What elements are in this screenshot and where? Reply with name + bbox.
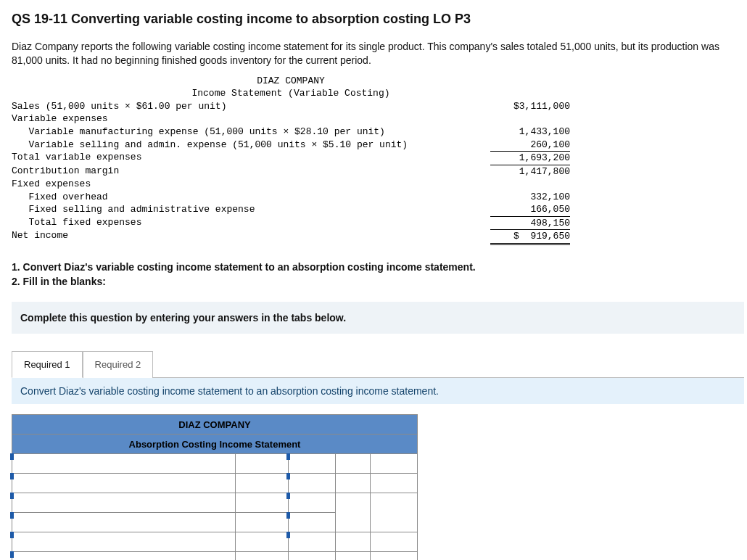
ans-cell[interactable] xyxy=(235,474,289,493)
stmt-heading: Income Statement (Variable Costing) xyxy=(12,87,570,100)
varsell-value: 260,100 xyxy=(490,139,570,152)
sales-value: $3,111,000 xyxy=(490,100,570,113)
sales-label: Sales (51,000 units × $61.00 per unit) xyxy=(12,100,490,113)
ans-cell[interactable] xyxy=(235,513,289,532)
ans-cell[interactable] xyxy=(289,493,336,513)
ans-cell[interactable] xyxy=(12,454,236,474)
varexp-header: Variable expenses xyxy=(12,112,490,125)
income-statement: DIAZ COMPANY Income Statement (Variable … xyxy=(12,75,570,245)
ans-cell[interactable] xyxy=(336,532,371,552)
drag-handle-icon[interactable] xyxy=(286,532,290,538)
ans-cell[interactable] xyxy=(336,454,371,474)
ans-cell[interactable] xyxy=(370,454,417,474)
ans-header-company: DIAZ COMPANY xyxy=(12,415,418,435)
ans-cell[interactable] xyxy=(370,532,417,552)
ni-value: $ 919,650 xyxy=(490,229,570,245)
ans-cell[interactable] xyxy=(12,493,236,513)
varsell-label: Variable selling and admin. expense (51,… xyxy=(12,139,490,152)
ans-cell[interactable] xyxy=(336,552,371,560)
varmfg-label: Variable manufacturing expense (51,000 u… xyxy=(12,125,490,139)
ans-cell[interactable] xyxy=(289,513,336,532)
ans-cell[interactable] xyxy=(12,474,236,493)
task-list: 1. Convert Diaz's variable costing incom… xyxy=(12,260,735,289)
task-2: 2. Fill in the blanks: xyxy=(12,276,106,287)
foh-label: Fixed overhead xyxy=(12,191,490,204)
fsa-value: 166,050 xyxy=(490,203,570,216)
drag-handle-icon[interactable] xyxy=(10,493,14,499)
tab-required-2[interactable]: Required 2 xyxy=(83,351,154,378)
drag-handle-icon[interactable] xyxy=(10,551,14,558)
ans-cell[interactable] xyxy=(336,493,371,532)
drag-handle-icon[interactable] xyxy=(286,493,290,499)
tve-label: Total variable expenses xyxy=(12,151,490,165)
tfe-value: 498,150 xyxy=(490,216,570,230)
drag-handle-icon[interactable] xyxy=(286,512,290,519)
ans-cell[interactable] xyxy=(235,532,289,552)
drag-handle-icon[interactable] xyxy=(286,453,290,460)
ans-cell[interactable] xyxy=(289,532,336,552)
fixexp-header: Fixed expenses xyxy=(12,178,490,191)
ans-cell[interactable] xyxy=(370,552,417,560)
ans-cell[interactable] xyxy=(12,532,236,552)
ans-cell[interactable] xyxy=(235,552,289,560)
ans-header-title: Absorption Costing Income Statement xyxy=(12,435,418,454)
instruction-bar: Complete this question by entering your … xyxy=(12,302,744,334)
tve-value: 1,693,200 xyxy=(490,151,570,165)
ans-cell[interactable] xyxy=(12,552,236,560)
foh-value: 332,100 xyxy=(490,191,570,204)
ans-cell[interactable] xyxy=(370,493,417,532)
tabs: Required 1 Required 2 xyxy=(12,351,744,378)
ni-label: Net income xyxy=(12,229,490,245)
task-1: 1. Convert Diaz's variable costing incom… xyxy=(12,261,476,273)
tab-required-1[interactable]: Required 1 xyxy=(12,351,83,378)
drag-handle-icon[interactable] xyxy=(10,512,14,519)
varmfg-value: 1,433,100 xyxy=(490,125,570,139)
tfe-label: Total fixed expenses xyxy=(12,216,490,230)
drag-handle-icon[interactable] xyxy=(286,473,290,479)
drag-handle-icon[interactable] xyxy=(10,473,14,479)
cm-value: 1,417,800 xyxy=(490,165,570,178)
cm-label: Contribution margin xyxy=(12,165,490,178)
ans-cell[interactable] xyxy=(235,493,289,513)
ans-cell[interactable] xyxy=(289,454,336,474)
drag-handle-icon[interactable] xyxy=(10,453,14,460)
ans-cell[interactable] xyxy=(370,474,417,493)
ans-cell[interactable] xyxy=(289,474,336,493)
sub-instruction: Convert Diaz's variable costing income s… xyxy=(12,378,744,404)
ans-cell[interactable] xyxy=(12,513,236,532)
page-title: QS 19-11 Converting variable costing inc… xyxy=(12,12,735,27)
drag-handle-icon[interactable] xyxy=(10,532,14,538)
fsa-label: Fixed selling and administrative expense xyxy=(12,203,490,216)
intro-text: Diaz Company reports the following varia… xyxy=(12,40,735,67)
ans-cell[interactable] xyxy=(336,474,371,493)
answer-table: DIAZ COMPANY Absorption Costing Income S… xyxy=(12,414,418,560)
ans-cell[interactable] xyxy=(289,552,336,560)
stmt-company: DIAZ COMPANY xyxy=(12,75,570,88)
ans-cell[interactable] xyxy=(235,454,289,474)
